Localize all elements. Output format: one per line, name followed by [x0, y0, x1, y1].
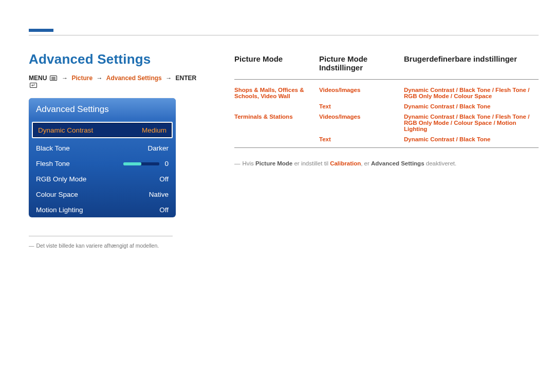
osd-item-value: Off	[159, 175, 169, 183]
cell-picture-mode: Terminals & Stations	[234, 114, 319, 136]
osd-item-value: Medium	[142, 126, 166, 134]
menu-icon	[50, 76, 57, 81]
osd-item-colour-space[interactable]: Colour SpaceNative	[29, 186, 176, 202]
breadcrumb-picture: Picture	[71, 74, 92, 82]
osd-item-flesh-tone[interactable]: Flesh Tone0	[29, 156, 176, 171]
osd-item-label: Flesh Tone	[36, 160, 70, 167]
table-row: Terminals & StationsVideos/ImagesDynamic…	[234, 114, 539, 136]
cell-picture-mode-setting: Text	[319, 103, 404, 114]
osd-item-value: Native	[149, 191, 169, 198]
osd-panel: Advanced Settings Dynamic ContrastMedium…	[29, 98, 176, 217]
header-picture-mode: Picture Mode	[234, 54, 319, 78]
cell-picture-mode	[234, 103, 319, 114]
section-indicator	[29, 29, 53, 32]
image-disclaimer: ―Det viste billede kan variere afhængigt…	[29, 236, 173, 249]
osd-item-dynamic-contrast[interactable]: Dynamic ContrastMedium	[32, 122, 173, 138]
calibration-note: ―Hvis Picture Mode er indstillet til Cal…	[234, 155, 539, 166]
osd-item-label: RGB Only Mode	[36, 175, 86, 183]
osd-title: Advanced Settings	[29, 98, 176, 120]
breadcrumb-menu: MENU	[29, 74, 47, 82]
osd-item-black-tone[interactable]: Black ToneDarker	[29, 140, 176, 156]
osd-item-label: Colour Space	[36, 191, 78, 198]
osd-item-value: Darker	[147, 144, 169, 152]
slider-icon	[123, 162, 159, 165]
table-row: Shops & Malls, Offices & Schools, Video …	[234, 87, 539, 103]
osd-item-value: Off	[159, 206, 169, 214]
table-rule	[234, 79, 539, 80]
cell-picture-mode-setting: Text	[319, 136, 404, 146]
enter-icon	[30, 83, 37, 88]
header-user-adjustable: Brugerdefinerbare indstillinger	[404, 54, 539, 78]
cell-user-adjustable: Dynamic Contrast / Black Tone	[404, 103, 539, 114]
osd-item-label: Black Tone	[36, 144, 70, 152]
cell-picture-mode	[234, 136, 319, 146]
osd-item-label: Dynamic Contrast	[38, 126, 93, 134]
osd-item-value: 0	[164, 160, 169, 167]
osd-item-label: Motion Lighting	[36, 206, 83, 214]
breadcrumb-advanced: Advanced Settings	[106, 74, 162, 82]
cell-user-adjustable: Dynamic Contrast / Black Tone / Flesh To…	[404, 114, 539, 136]
page-title: Advanced Settings	[29, 51, 203, 67]
cell-user-adjustable: Dynamic Contrast / Black Tone	[404, 136, 539, 146]
cell-picture-mode-setting: Videos/Images	[319, 87, 404, 103]
table-header: Picture Mode Picture Mode Indstillinger …	[234, 54, 539, 78]
breadcrumb-enter: ENTER	[175, 74, 196, 82]
cell-picture-mode: Shops & Malls, Offices & Schools, Video …	[234, 87, 319, 103]
top-divider	[29, 35, 539, 35]
table-row: TextDynamic Contrast / Black Tone	[234, 136, 539, 146]
cell-picture-mode-setting: Videos/Images	[319, 114, 404, 136]
breadcrumb: MENU → Picture → Advanced Settings → ENT…	[29, 74, 203, 89]
osd-item-motion-lighting[interactable]: Motion LightingOff	[29, 202, 176, 217]
table-rule-bottom	[234, 147, 539, 148]
osd-item-rgb-only-mode[interactable]: RGB Only ModeOff	[29, 171, 176, 186]
table-row: TextDynamic Contrast / Black Tone	[234, 103, 539, 114]
header-picture-mode-settings: Picture Mode Indstillinger	[319, 54, 404, 78]
cell-user-adjustable: Dynamic Contrast / Black Tone / Flesh To…	[404, 87, 539, 103]
